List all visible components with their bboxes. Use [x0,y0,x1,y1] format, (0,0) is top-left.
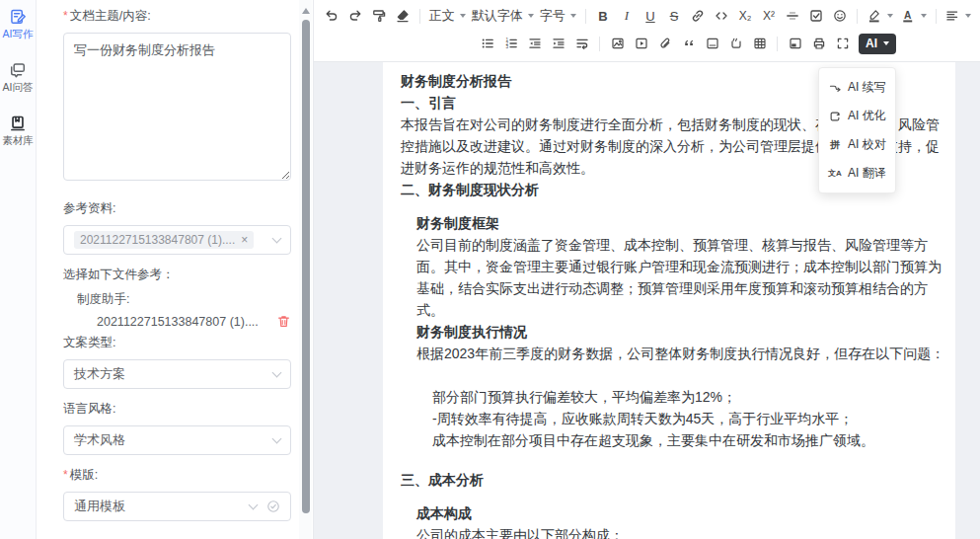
italic-button[interactable]: I [615,4,638,28]
attachment-button[interactable] [653,32,676,55]
redo-icon [347,8,363,24]
material-library-icon [9,115,27,132]
topic-label: *文档主题/内容: [63,8,291,25]
clear-format-icon [395,8,411,24]
ai-menu-item-continue[interactable]: AI 续写 [819,73,895,102]
template-label: *模版: [63,467,291,484]
print-icon [811,36,827,51]
type-label: 文案类型: [63,335,291,351]
editor-canvas: 财务制度分析报告 一、引言 本报告旨在对公司的财务制度进行全面分析，包括财务制度… [314,62,980,539]
underline-button[interactable]: U [639,4,661,28]
redo-button[interactable] [343,4,366,28]
chevron-down-icon [528,14,534,18]
bold-button[interactable]: B [591,4,614,28]
table-button[interactable] [748,32,771,55]
file-group-label: 制度助手: [77,291,291,308]
emoji-button[interactable] [828,4,851,28]
clear-format-button[interactable] [391,4,414,28]
reference-select[interactable]: 2021122715133847807 (1).... × [63,225,291,255]
ai-menu-item-optimize[interactable]: AI 优化 [819,102,895,130]
sidebar-item-material-library[interactable]: 素材库 [0,115,37,146]
page-break-button[interactable] [724,32,747,55]
horizontal-rule-button[interactable] [781,4,803,28]
video-button[interactable] [630,32,652,55]
template-select[interactable]: 通用模板 [63,492,291,521]
outdent-button[interactable] [523,32,546,55]
required-mark: * [63,9,68,23]
toolbar-divider [599,37,600,51]
file-row: 2021122715133847807 (1).... [97,314,291,329]
tag-close-icon[interactable]: × [241,233,248,247]
format-painter-button[interactable] [367,4,390,28]
ai-menu-item-label: AI 翻译 [848,165,886,182]
ai-menu-item-label: AI 续写 [848,79,886,96]
blockquote-button[interactable] [677,32,700,55]
scrollbar-thumb[interactable] [302,20,310,513]
align-button[interactable] [942,4,974,28]
strikethrough-button[interactable]: S [662,4,685,28]
ai-menu-item-proofread[interactable]: 拼 AI 校对 [819,130,895,159]
chevron-down-icon [965,14,971,18]
sidebar-item-ai-writing[interactable]: AI写作 [0,8,37,39]
link-icon [690,8,706,24]
bullet-list-button[interactable] [476,32,498,55]
embed-icon [788,36,803,51]
line-wrap-button[interactable] [570,32,593,55]
ai-menu-button[interactable]: AI [859,34,896,54]
chevron-down-icon [460,14,466,18]
file-section-label: 选择如下文件参考： [63,267,291,283]
doc-list-item: -周转效率有待提高，应收账款周转天数为45天，高于行业平均水平； [432,408,945,429]
editor-toolbar: 正文 默认字体 字号 B I U S X₂ X² A [314,0,980,62]
highlight-color-button[interactable] [864,4,896,28]
subscript-button[interactable]: X₂ [733,4,756,28]
sidebar-item-label: AI问答 [3,81,34,93]
embed-button[interactable] [784,32,806,55]
ai-translate-icon: 文A [828,168,842,179]
table-icon [752,36,768,51]
ai-proofread-icon: 拼 [828,138,842,152]
toolbar-divider [857,9,858,24]
topic-textarea[interactable]: 写一份财务制度分析报告 [63,33,291,181]
font-size-select[interactable]: 字号 [537,4,578,28]
undo-button[interactable] [320,4,342,28]
ai-writing-icon [9,8,27,26]
sidebar-item-label: AI写作 [3,28,34,39]
type-select[interactable]: 技术方案 [63,359,291,389]
font-family-select[interactable]: 默认字体 [469,4,536,28]
doc-subheading: 财务制度框架 [416,212,945,234]
toolbar-divider [419,9,420,24]
doc-heading: 三、成本分析 [401,469,945,491]
fullscreen-button[interactable] [831,32,854,55]
inline-code-button[interactable] [710,4,732,28]
superscript-button[interactable]: X² [757,4,780,28]
ai-menu-item-label: AI 校对 [848,136,886,153]
chevron-down-icon [921,14,927,18]
emoji-icon [832,8,848,24]
indent-button[interactable] [547,32,569,55]
task-list-button[interactable] [804,4,827,28]
style-select[interactable]: 学术风格 [63,425,291,455]
video-icon [634,36,649,51]
toolbar-divider [777,37,778,51]
scroll-up-icon[interactable] [302,8,310,14]
editor-area: 正文 默认字体 字号 B I U S X₂ X² A [314,0,980,539]
required-mark: * [63,468,68,482]
print-button[interactable] [807,32,830,55]
trash-icon[interactable] [276,314,291,329]
doc-paragraph: 公司的成本主要由以下部分构成： [416,524,945,539]
horizontal-rule-icon [785,8,800,24]
chevron-down-icon [883,41,889,45]
link-button[interactable] [686,4,709,28]
ordered-list-button[interactable]: 123 [499,32,522,55]
code-block-button[interactable] [701,32,723,55]
ai-optimize-icon [828,110,842,123]
sidebar-item-ai-qa[interactable]: AI问答 [0,61,37,93]
form-scrollbar[interactable] [299,0,312,539]
chevron-down-icon [272,233,282,243]
bullet-list-icon [480,36,495,51]
paragraph-style-select[interactable]: 正文 [426,4,468,28]
image-button[interactable] [606,32,629,55]
ai-menu-item-translate[interactable]: 文A AI 翻译 [819,159,895,188]
font-color-button[interactable]: A [897,4,930,28]
blockquote-icon [681,36,697,51]
